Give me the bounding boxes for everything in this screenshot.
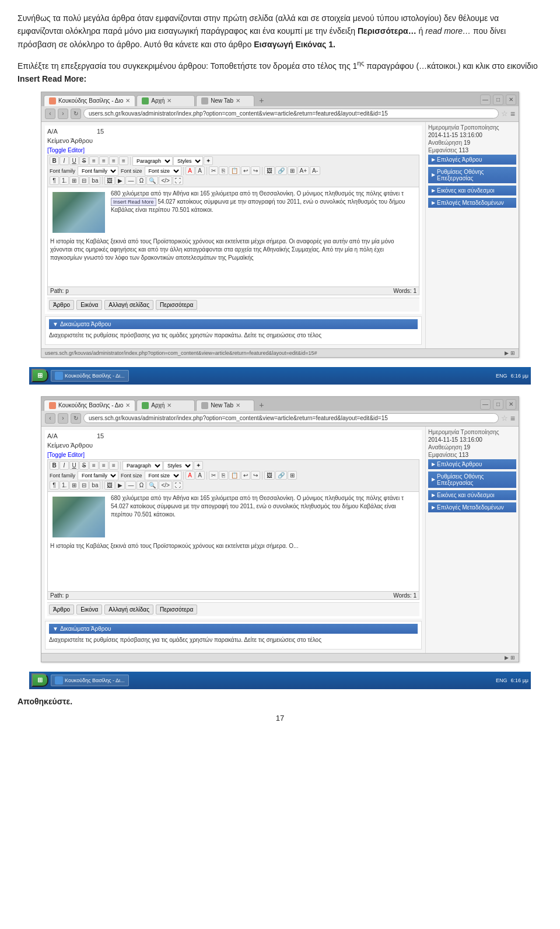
btn-arthro-2[interactable]: Άρθρο (49, 605, 74, 614)
tb-bold-2[interactable]: B (50, 461, 59, 470)
tb-code-1[interactable]: </> (159, 176, 172, 185)
tb-link-2[interactable]: 🔗 (275, 471, 287, 480)
browser-menu-1[interactable]: ≡ (510, 109, 515, 118)
panel-header-options-2[interactable]: ▶ Επιλογές Άρθρου (428, 459, 516, 469)
tb-redo-2[interactable]: ↪ (251, 471, 260, 480)
tb-color-2[interactable]: A (186, 471, 195, 480)
close-win-btn-2[interactable]: ✕ (506, 399, 516, 410)
browser-menu-2[interactable]: ≡ (510, 414, 515, 423)
bookmark-star-2[interactable]: ☆ (501, 414, 508, 422)
start-button-1[interactable]: ⊞ (32, 369, 48, 382)
new-tab-button-2[interactable]: + (256, 399, 267, 411)
tb-table-2[interactable]: ⊞ (288, 471, 297, 480)
tb-media-2[interactable]: ▶ (116, 481, 125, 490)
maximize-btn-2[interactable]: □ (493, 399, 503, 410)
taskbar-item-2[interactable]: Κουκούδης Βασίλης - Δι... (51, 675, 129, 686)
tb-extra-2[interactable]: ✦ (194, 461, 203, 470)
tb-char-2[interactable]: Ω (136, 481, 146, 490)
tb-strike-2[interactable]: S (79, 461, 89, 470)
tb-more2-1[interactable]: A- (310, 166, 320, 175)
panel-header-display-2[interactable]: ▶ Ρυθμίσεις Οθόνης Επεξεργασίας (428, 472, 516, 488)
tb-grid-2[interactable]: ⊞ (69, 481, 79, 490)
tb-bgcolor-1[interactable]: A (195, 166, 205, 175)
tb-strike-1[interactable]: S (79, 156, 89, 165)
tb-align2-2[interactable]: ≡ (99, 461, 108, 470)
tb-search-1[interactable]: 🔍 (146, 176, 158, 185)
toggle-editor-btn-1[interactable]: [Toggle Editor] (47, 147, 85, 153)
btn-perissot-1[interactable]: Περισσότερα (156, 300, 197, 310)
tb-hr-1[interactable]: — (125, 176, 136, 185)
tb-hr-2[interactable]: — (125, 481, 136, 490)
tb-format-select-2[interactable]: Paragraph (123, 461, 163, 470)
forward-btn-2[interactable]: › (58, 413, 68, 424)
tb-grid2-1[interactable]: ⊟ (79, 176, 89, 185)
tb-color-1[interactable]: A (186, 166, 195, 175)
browser-tab-2[interactable]: Αρχή ✕ (136, 95, 195, 106)
url-bar-2[interactable]: users.sch.gr/kouvas/administrator/index.… (83, 413, 499, 423)
forward-btn-1[interactable]: › (58, 109, 68, 119)
url-bar-1[interactable]: users.sch.gr/kouvas/administrator/index.… (83, 109, 499, 118)
rights-header-2[interactable]: ▼ Δικαιώματα Άρθρου (49, 624, 418, 634)
tb-code-2[interactable]: </> (159, 481, 172, 490)
browser-tab-active-1[interactable]: Κουκούδης Βασίλης - Διο ✕ (44, 95, 135, 106)
editor-text-1[interactable]: 680 χιλιόμετρα από την Αθήνα και 165 χιλ… (48, 187, 419, 287)
font-size-select-1[interactable]: Font size (145, 166, 181, 176)
tb-grid2-2[interactable]: ⊟ (79, 481, 89, 490)
tb-bold-1[interactable]: B (50, 156, 59, 165)
taskbar-item-1[interactable]: Κουκούδης Βασίλης - Δι... (51, 370, 129, 382)
tb-paste-2[interactable]: 📋 (229, 471, 240, 480)
tb-underline-2[interactable]: U (69, 461, 79, 470)
tb-copy-1[interactable]: ⎘ (219, 166, 228, 175)
browser-tab-3[interactable]: New Tab ✕ (196, 95, 254, 106)
panel-header-display-1[interactable]: ▶ Ρυθμίσεις Οθόνης Επεξεργασίας (428, 167, 516, 183)
tb-align2-1[interactable]: ≡ (99, 156, 108, 165)
tab-close-b1[interactable]: ✕ (125, 402, 130, 408)
refresh-btn-2[interactable]: ↻ (71, 413, 81, 424)
tb-redo-1[interactable]: ↪ (251, 166, 260, 175)
panel-header-options-1[interactable]: ▶ Επιλογές Άρθρου (428, 155, 516, 165)
minimize-btn-2[interactable]: — (480, 399, 491, 410)
tb-extra-1[interactable]: ✦ (204, 156, 213, 165)
tb-styles-select-2[interactable]: Styles (163, 461, 193, 470)
btn-eikona-2[interactable]: Εικόνα (76, 605, 102, 614)
close-win-btn[interactable]: ✕ (506, 95, 516, 105)
browser-tab-b3[interactable]: New Tab ✕ (196, 400, 254, 411)
panel-header-images-2[interactable]: ▶ Εικόνες και σύνδεσμοι (428, 490, 516, 500)
refresh-btn-1[interactable]: ↻ (71, 109, 81, 119)
btn-eikona-1[interactable]: Εικόνα (76, 300, 102, 310)
tb-italic-1[interactable]: I (60, 156, 69, 165)
tab-close-b3[interactable]: ✕ (236, 402, 240, 408)
panel-header-meta-2[interactable]: ▶ Επιλογές Μεταδεδομένων (428, 502, 516, 512)
tb-ol-1[interactable]: 1. (60, 176, 69, 185)
back-btn-2[interactable]: ‹ (45, 413, 55, 424)
tb-ba-2[interactable]: ba (89, 481, 100, 490)
tb-undo-2[interactable]: ↩ (241, 471, 250, 480)
tb-copy-2[interactable]: ⎘ (219, 471, 228, 480)
font-size-select-2[interactable]: Font size (145, 471, 181, 480)
btn-arthro-1[interactable]: Άρθρο (49, 300, 74, 310)
tb-imginsert-1[interactable]: 🖼 (104, 176, 115, 185)
minimize-btn[interactable]: — (480, 95, 491, 105)
tb-link-1[interactable]: 🔗 (275, 166, 287, 175)
browser-tab-active-2[interactable]: Κουκούδης Βασίλης - Διο ✕ (44, 400, 135, 411)
toggle-editor-btn-2[interactable]: [Toggle Editor] (47, 452, 85, 458)
tb-styles-select-1[interactable]: Styles (173, 156, 203, 166)
tb-more-1[interactable]: A+ (298, 166, 310, 175)
panel-header-images-1[interactable]: ▶ Εικόνες και σύνδεσμοι (428, 186, 516, 195)
tb-media-1[interactable]: ▶ (116, 176, 125, 185)
font-family-select-2[interactable]: Font family (78, 471, 118, 480)
tb-align1-2[interactable]: ≡ (89, 461, 99, 470)
tb-grid-1[interactable]: ⊞ (69, 176, 79, 185)
browser-tab-b2[interactable]: Αρχή ✕ (136, 400, 195, 411)
tb-para-1[interactable]: ¶ (50, 176, 59, 185)
tb-cut-1[interactable]: ✂ (209, 166, 218, 175)
start-button-2[interactable]: ⊞ (32, 673, 48, 687)
rights-header-1[interactable]: ▼ Δικαιώματα Άρθρου (49, 319, 418, 329)
font-family-select-1[interactable]: Font family (78, 166, 118, 176)
tb-img-1[interactable]: 🖼 (264, 166, 275, 175)
btn-allagi-2[interactable]: Αλλαγή σελίδας (104, 605, 153, 614)
btn-perissot-2[interactable]: Περισσότερα (156, 605, 197, 614)
tab-close-b2[interactable]: ✕ (167, 402, 172, 408)
insert-read-more-btn-1[interactable]: Insert Read More (111, 198, 156, 206)
tb-para-2[interactable]: ¶ (50, 481, 59, 490)
